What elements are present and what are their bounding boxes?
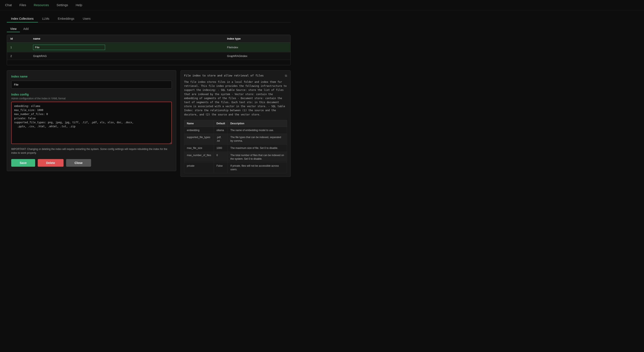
config-cell-default: False [214,162,228,173]
config-cell-description: The total number of files that can be in… [228,152,287,162]
config-table-row: embeddingollamaThe name of embedding mod… [184,127,287,134]
nav-item-help[interactable]: Help [72,0,86,10]
config-cell-default: 1000 [214,145,228,152]
config-table-row: max_file_size1000The maximum size of fil… [184,145,287,152]
main-tabs: Index CollectionsLLMsEmbeddingsUsers [7,15,291,22]
config-cell-default: .pdf, .txt [214,134,228,145]
config-params-table: NameDefaultDescription embeddingollamaTh… [184,120,287,173]
index-name-input[interactable] [11,81,172,88]
close-button[interactable]: Close [66,159,91,167]
table-body: 1FileIndex2GraphRAGGraphRAGIndex [7,42,290,60]
config-cell-description: The name of embedding model to use. [228,127,287,134]
table-row[interactable]: 2GraphRAGGraphRAGIndex [7,52,290,60]
cell-name [30,42,224,52]
config-table-row: supported_file_types.pdf, .txtThe file t… [184,134,287,145]
config-table-row: max_number_of_files0The total number of … [184,152,287,162]
config-cell-description: The file types that can be indexed, sepa… [228,134,287,145]
config-col-name: Name [184,120,214,127]
copy-icon[interactable]: ⧉ [285,74,287,78]
table-header: idnameindex type [7,35,290,42]
save-button[interactable]: Save [11,159,35,167]
name-cell-input[interactable] [33,45,105,50]
cell-index-type: FileIndex [224,42,290,52]
table-row[interactable]: 1FileIndex [7,42,290,52]
col-header-name: name [30,35,224,42]
tab-llms[interactable]: LLMs [38,15,54,22]
config-col-description: Description [228,120,287,127]
cell-id: 1 [7,42,30,52]
config-cell-description: If private, files will not be accessible… [228,162,287,173]
config-textarea[interactable] [11,102,172,144]
config-cell-default: 0 [214,152,228,162]
nav-item-files[interactable]: Files [16,0,30,10]
top-navigation: ChatFilesResourcesSettingsHelp [0,0,644,10]
warning-text: IMPORTANT: Changing or deleting the inde… [11,147,172,155]
config-cell-name: embedding [184,127,214,134]
tab-embeddings[interactable]: Embeddings [54,15,78,22]
left-panel: Index name Index config Admin configurat… [7,70,176,171]
col-header-index_type: index type [224,35,290,42]
config-col-default: Default [214,120,228,127]
right-panel-description: The file index stores files in a local f… [184,80,287,117]
nav-item-resources[interactable]: Resources [30,0,53,10]
sub-tabs: ViewAdd [7,26,291,32]
nav-item-settings[interactable]: Settings [53,0,72,10]
index-config-label: Index config [11,93,172,96]
sub-tab-add[interactable]: Add [20,26,32,32]
index-collections-table-container: idnameindex type 1FileIndex2GraphRAGGrap… [7,35,291,65]
delete-button[interactable]: Delete [38,159,64,167]
config-cell-default: ollama [214,127,228,134]
cell-id: 2 [7,52,30,60]
cell-name: GraphRAG [30,52,224,60]
action-buttons: Save Delete Close [11,159,172,167]
right-panel-title: File index to store and allow retrieval … [184,74,264,77]
index-collections-table: idnameindex type 1FileIndex2GraphRAGGrap… [7,35,290,60]
config-table-row: privateFalseIf private, files will not b… [184,162,287,173]
right-panel-header: File index to store and allow retrieval … [184,74,287,78]
main-content: Index CollectionsLLMsEmbeddingsUsers Vie… [0,10,644,182]
index-name-label: Index name [11,75,172,78]
cell-index-type: GraphRAGIndex [224,52,290,60]
config-table-body: embeddingollamaThe name of embedding mod… [184,127,287,173]
tab-index-collections[interactable]: Index Collections [7,15,38,22]
config-cell-name: private [184,162,214,173]
config-cell-description: The maximum size of file. Set 0 to disab… [228,145,287,152]
nav-item-chat[interactable]: Chat [5,0,16,10]
right-panel: File index to store and allow retrieval … [180,70,291,177]
config-cell-name: supported_file_types [184,134,214,145]
bottom-section: Index name Index config Admin configurat… [7,70,291,177]
config-cell-name: max_number_of_files [184,152,214,162]
sub-tab-view[interactable]: View [7,26,20,32]
config-cell-name: max_file_size [184,145,214,152]
config-table-header: NameDefaultDescription [184,120,287,127]
col-header-id: id [7,35,30,42]
admin-config-hint: Admin configuration of the Index in YAML… [11,97,172,100]
tab-users[interactable]: Users [78,15,95,22]
